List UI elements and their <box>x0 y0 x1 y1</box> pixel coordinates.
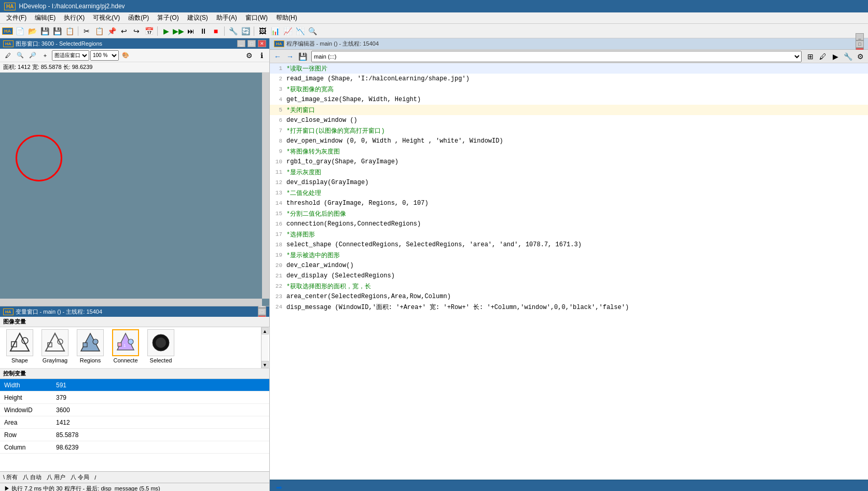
img-info-btn[interactable]: ℹ <box>256 50 267 61</box>
btn-img2[interactable]: 📊 <box>269 25 281 37</box>
code-line-5[interactable]: 5*关闭窗口 <box>270 105 868 115</box>
editor-body[interactable]: 1*读取一张图片2read_image (Shape, 'I:/halconLe… <box>270 63 868 480</box>
code-line-17[interactable]: 17*选择图形 <box>270 229 868 240</box>
code-line-20[interactable]: 20dev_clear_window() <box>270 260 868 271</box>
menu-help[interactable]: 帮助(H) <box>272 12 301 23</box>
btn5[interactable]: 📋 <box>64 25 75 37</box>
editor-minimize[interactable]: _ <box>856 33 864 40</box>
btn-img3[interactable]: 📈 <box>282 25 293 37</box>
ctrl-var-area[interactable]: Area 1412 <box>0 416 269 429</box>
code-line-2[interactable]: 2read_image (Shape, 'I:/halconLearning/s… <box>270 74 868 84</box>
step-btn[interactable]: ⏭ <box>185 25 197 37</box>
btn-d1[interactable]: 🔧 <box>227 25 239 37</box>
tab-auto[interactable]: 八 自动 <box>23 473 42 481</box>
tab-global[interactable]: 八 令局 <box>71 473 89 481</box>
save-btn[interactable]: 💾 <box>39 25 50 37</box>
cut-btn[interactable]: ✂ <box>81 25 92 37</box>
var-scroll-track[interactable] <box>262 334 268 361</box>
img-win-close[interactable]: ✕ <box>258 40 266 47</box>
code-line-23[interactable]: 23area_center(SelectedRegions,Area,Row,C… <box>270 291 868 302</box>
var-item-connected[interactable]: 1 Connecte <box>109 329 142 366</box>
editor-btn5[interactable]: ⚙ <box>855 51 866 62</box>
code-line-3[interactable]: 3*获取图像的宽高 <box>270 84 868 94</box>
copy-btn[interactable]: 📋 <box>93 25 105 37</box>
ctrl-var-column[interactable]: Column 98.6239 <box>0 441 269 454</box>
open-btn[interactable]: 📂 <box>26 25 38 37</box>
img-tool-3[interactable]: 🔎 <box>27 50 38 61</box>
menu-assistant[interactable]: 助手(A) <box>212 12 241 23</box>
stop-btn[interactable]: ■ <box>210 25 222 37</box>
run-fast-btn[interactable]: ▶▶ <box>173 25 184 37</box>
code-line-4[interactable]: 4get_image_size(Shape, Width, Height) <box>270 94 868 105</box>
var-win-maximize[interactable]: □ <box>258 308 266 315</box>
ctrl-var-row[interactable]: Row 85.5878 <box>0 429 269 441</box>
editor-btn2[interactable]: 🖊 <box>817 51 829 62</box>
paste-btn[interactable]: 📌 <box>106 25 117 37</box>
ctrl-var-height[interactable]: Height 379 <box>0 391 269 404</box>
code-line-19[interactable]: 19*显示被选中的图形 <box>270 250 868 260</box>
tab-all[interactable]: \ 所有 <box>3 473 18 481</box>
code-line-18[interactable]: 18select_shape (ConnectedRegions, Select… <box>270 240 868 250</box>
code-line-7[interactable]: 7*打开窗口(以图像的宽高打开窗口) <box>270 125 868 136</box>
menu-file[interactable]: 文件(F) <box>2 12 31 23</box>
run-btn[interactable]: ▶ <box>160 25 172 37</box>
menu-operators[interactable]: 算子(O) <box>153 12 183 23</box>
code-line-15[interactable]: 15*分割二值化后的图像 <box>270 208 868 219</box>
img-color-btn[interactable]: 🎨 <box>120 50 131 61</box>
img-settings-btn[interactable]: ⚙ <box>243 50 255 61</box>
img-tool-zoom-in[interactable]: + <box>39 50 51 61</box>
tab-user[interactable]: 八 用户 <box>47 473 65 481</box>
save-as-btn[interactable]: 💾 <box>51 25 63 37</box>
image-scrollbar-vertical[interactable] <box>262 73 269 299</box>
redo-btn[interactable]: ↪ <box>131 25 142 37</box>
btn-d2[interactable]: 🔄 <box>240 25 251 37</box>
image-scrollbar-horizontal[interactable] <box>0 299 262 306</box>
var-item-shape[interactable]: Shape <box>3 329 36 366</box>
var-item-regions[interactable]: Regions <box>74 329 107 366</box>
pause-btn[interactable]: ⏸ <box>198 25 209 37</box>
code-line-10[interactable]: 10rgb1_to_gray(Shape, GrayImage) <box>270 157 868 167</box>
var-item-selected[interactable]: Selected <box>144 329 177 366</box>
img-tool-2[interactable]: 🔍 <box>15 50 26 61</box>
btn-calendar[interactable]: 📅 <box>143 25 155 37</box>
code-line-11[interactable]: 11*显示灰度图 <box>270 167 868 177</box>
btn-img5[interactable]: 🔍 <box>307 25 318 37</box>
var-item-grayimage[interactable]: GrayImag <box>38 329 72 366</box>
editor-tab-select[interactable]: main (:::) <box>311 51 802 62</box>
code-line-6[interactable]: 6dev_close_window () <box>270 115 868 125</box>
editor-btn3[interactable]: ▶ <box>830 51 841 62</box>
var-scroll-up[interactable]: ▲ <box>261 327 269 334</box>
menu-edit[interactable]: 编辑(E) <box>31 12 60 23</box>
new-btn[interactable]: 📄 <box>14 25 25 37</box>
menu-run[interactable]: 执行(X) <box>60 12 89 23</box>
editor-btn1[interactable]: ⊞ <box>805 51 816 62</box>
var-scroll-down[interactable]: ▼ <box>261 361 269 368</box>
code-line-24[interactable]: 24disp_message (WindowID,'面积: '+Area+' 宽… <box>270 302 868 312</box>
btn-img1[interactable]: 🖼 <box>257 25 268 37</box>
undo-btn[interactable]: ↩ <box>118 25 130 37</box>
editor-btn4[interactable]: 🔧 <box>842 51 853 62</box>
code-line-13[interactable]: 13*二值化处理 <box>270 188 868 198</box>
img-fit-select[interactable]: 图适应窗口 <box>52 50 89 61</box>
code-line-12[interactable]: 12dev_display(GrayImage) <box>270 177 868 188</box>
img-win-maximize[interactable]: □ <box>247 40 256 47</box>
editor-save-btn[interactable]: 💾 <box>297 51 308 62</box>
btn-img4[interactable]: 📉 <box>294 25 306 37</box>
editor-fwd-btn[interactable]: → <box>284 51 296 62</box>
ctrl-var-width[interactable]: Width 591 <box>0 379 269 391</box>
code-line-21[interactable]: 21dev_display (SelectedRegions) <box>270 271 868 281</box>
code-line-22[interactable]: 22*获取选择图形的面积，宽，长 <box>270 281 868 291</box>
editor-back-btn[interactable]: ← <box>272 51 283 62</box>
img-zoom-select[interactable]: 100 % <box>90 50 119 61</box>
code-line-16[interactable]: 16connection(Regions,ConnectedRegions) <box>270 219 868 229</box>
code-line-9[interactable]: 9*将图像转为灰度图 <box>270 146 868 157</box>
menu-suggest[interactable]: 建议(S) <box>183 12 212 23</box>
code-line-1[interactable]: 1*读取一张图片 <box>270 63 868 74</box>
menu-window[interactable]: 窗口(W) <box>241 12 272 23</box>
code-line-8[interactable]: 8dev_open_window (0, 0, Width , Height ,… <box>270 136 868 146</box>
ctrl-var-windowid[interactable]: WindowID 3600 <box>0 404 269 416</box>
editor-maximize[interactable]: □ <box>856 40 864 48</box>
img-tool-1[interactable]: 🖊 <box>2 50 13 61</box>
code-line-14[interactable]: 14threshold (GrayImage, Regions, 0, 107) <box>270 198 868 208</box>
img-win-minimize[interactable]: _ <box>237 40 245 47</box>
